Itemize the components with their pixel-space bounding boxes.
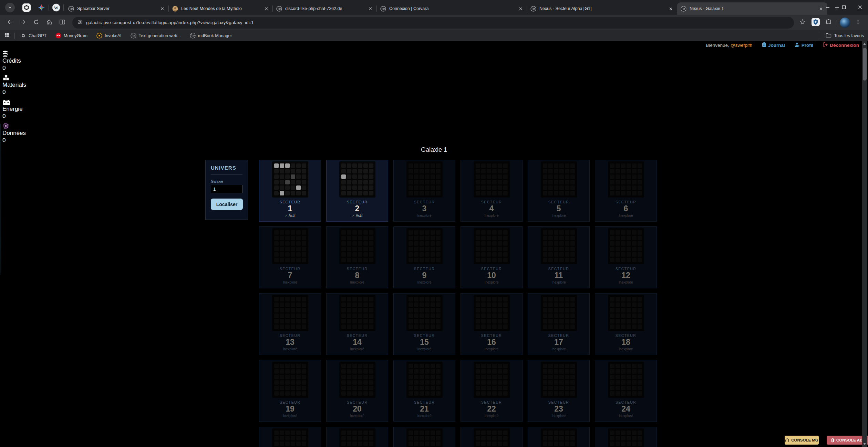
sector-card-3[interactable]: SECTEUR3Inexploré <box>393 160 455 222</box>
tab-2[interactable]: Les Neuf Mondes de la Mytholo <box>169 2 273 15</box>
sector-card-29[interactable]: SECTEUR29Inexploré <box>528 427 590 447</box>
sector-card-20[interactable]: SECTEUR20Inexploré <box>326 360 388 422</box>
back-button[interactable] <box>5 18 15 28</box>
tab-close-button[interactable] <box>367 6 373 12</box>
map-cell <box>632 302 637 307</box>
sector-minimap <box>272 161 308 198</box>
map-cell <box>280 319 284 323</box>
pinned-divider <box>63 4 64 11</box>
tab-4[interactable]: Connexion | Corvara <box>377 2 527 15</box>
map-cell <box>570 369 575 374</box>
sector-card-23[interactable]: SECTEUR23Inexploré <box>528 360 590 422</box>
map-cell <box>610 319 614 323</box>
sector-card-11[interactable]: SECTEUR11Inexploré <box>528 226 590 288</box>
sector-card-13[interactable]: SECTEUR13Inexploré <box>259 293 321 355</box>
map-cell <box>285 313 290 318</box>
url-bar[interactable]: galactic-pve-conquest-c7fe.dev.flatlogic… <box>72 17 794 29</box>
map-cell <box>363 386 368 390</box>
map-cell <box>554 375 558 379</box>
bookmark-text-generation-web-[interactable]: Text generation web... <box>131 33 181 39</box>
journal-link[interactable]: Journal <box>762 42 785 48</box>
tab-6[interactable]: Nexus - Galaxie 1 <box>677 2 827 15</box>
maximize-button[interactable] <box>836 0 852 15</box>
map-cell <box>498 369 502 374</box>
console-adm-button[interactable]: CONSOLE ADM <box>827 436 868 445</box>
sector-card-19[interactable]: SECTEUR19Inexploré <box>259 360 321 422</box>
sector-card-2[interactable]: SECTEUR2✓Actif <box>326 160 388 222</box>
profile-avatar[interactable] <box>840 18 850 28</box>
sector-card-7[interactable]: SECTEUR7Inexploré <box>259 226 321 288</box>
home-button[interactable] <box>44 18 54 28</box>
menu-kebab-button[interactable] <box>853 18 863 28</box>
pinned-tab-wordpress[interactable]: W <box>49 0 63 15</box>
sector-card-4[interactable]: SECTEUR4Inexploré <box>461 160 523 222</box>
scrollbar-up-icon[interactable] <box>863 43 866 45</box>
sector-card-18[interactable]: SECTEUR18Inexploré <box>595 293 657 355</box>
sector-status: Inexploré <box>484 214 498 217</box>
sector-card-17[interactable]: SECTEUR17Inexploré <box>528 293 590 355</box>
sector-card-30[interactable]: SECTEUR30Inexploré <box>595 427 657 447</box>
map-cell <box>492 258 497 262</box>
apps-grid-button[interactable] <box>4 32 10 39</box>
sector-card-10[interactable]: SECTEUR10Inexploré <box>461 226 523 288</box>
sector-card-24[interactable]: SECTEUR24Inexploré <box>595 360 657 422</box>
map-cell <box>291 386 295 390</box>
sector-card-6[interactable]: SECTEUR6Inexploré <box>595 160 657 222</box>
sector-card-16[interactable]: SECTEUR16Inexploré <box>461 293 523 355</box>
tab-search-button[interactable] <box>5 3 15 12</box>
sector-card-5[interactable]: SECTEUR5Inexploré <box>528 160 590 222</box>
map-cell <box>369 174 373 179</box>
map-cell <box>347 252 351 257</box>
site-info-icon[interactable] <box>77 19 83 26</box>
sector-card-14[interactable]: SECTEUR14Inexploré <box>326 293 388 355</box>
bookmark-chatgpt[interactable]: ChatGPT <box>20 33 46 39</box>
map-cell <box>638 375 642 379</box>
bookmark-star-button[interactable] <box>797 18 808 28</box>
map-cell <box>559 364 564 368</box>
tab-close-button[interactable] <box>517 6 524 12</box>
scrollbar-thumb[interactable] <box>863 48 867 81</box>
tab-close-button[interactable] <box>263 6 269 12</box>
map-cell <box>296 364 301 368</box>
sector-card-21[interactable]: SECTEUR21Inexploré <box>393 360 455 422</box>
map-cell <box>409 302 413 307</box>
sector-card-22[interactable]: SECTEUR22Inexploré <box>461 360 523 422</box>
bookmark-mdbook-manager[interactable]: mdBook Manager <box>190 33 232 39</box>
profil-link[interactable]: Profil <box>795 42 814 48</box>
sector-card-26[interactable]: SECTEUR26Inexploré <box>326 427 388 447</box>
extension-pin-button[interactable] <box>810 18 821 28</box>
sector-card-27[interactable]: SECTEUR27Inexploré <box>393 427 455 447</box>
sector-card-9[interactable]: SECTEUR9Inexploré <box>393 226 455 288</box>
tab-3[interactable]: discord-like-php-chat-7262.de <box>273 2 377 15</box>
tab-close-button[interactable] <box>668 6 674 12</box>
close-window-button[interactable] <box>852 0 868 15</box>
map-cell <box>476 364 480 368</box>
scrollbar-down-icon[interactable] <box>863 443 866 445</box>
galaxie-input[interactable] <box>211 185 242 193</box>
all-bookmarks[interactable]: Tous les favoris <box>820 33 864 39</box>
map-cell <box>352 386 357 390</box>
forward-button[interactable] <box>18 18 28 28</box>
tab-1[interactable]: Spacebar Server <box>65 2 169 15</box>
pinned-tab-gemini[interactable] <box>34 0 49 15</box>
page-scrollbar[interactable] <box>862 41 867 447</box>
tab-5[interactable]: Nexus - Secteur Alpha [G1] <box>527 2 677 15</box>
sector-card-25[interactable]: SECTEUR25Inexploré <box>259 427 321 447</box>
minimize-button[interactable] <box>819 0 836 15</box>
deconnexion-link[interactable]: Déconnexion <box>823 42 859 48</box>
localiser-button[interactable]: Localiser <box>211 199 243 210</box>
tab-close-button[interactable] <box>159 6 165 12</box>
sector-card-12[interactable]: SECTEUR12Inexploré <box>595 226 657 288</box>
reload-button[interactable] <box>31 18 41 28</box>
sector-card-15[interactable]: SECTEUR15Inexploré <box>393 293 455 355</box>
bookmark-moneygram[interactable]: MoneyGram <box>55 33 87 39</box>
extensions-puzzle-button[interactable] <box>824 18 834 28</box>
pinned-tab-openai[interactable] <box>19 0 34 15</box>
sector-card-1[interactable]: SECTEUR1✓Actif <box>259 160 321 222</box>
sector-card-28[interactable]: SECTEUR28Inexploré <box>461 427 523 447</box>
side-panel-button[interactable] <box>57 18 68 28</box>
bookmark-invokeai[interactable]: InvokeAI <box>96 33 122 39</box>
console-mg-button[interactable]: CONSOLE MG <box>785 436 819 445</box>
url-text[interactable]: galactic-pve-conquest-c7fe.dev.flatlogic… <box>86 20 254 25</box>
sector-card-8[interactable]: SECTEUR8Inexploré <box>326 226 388 288</box>
